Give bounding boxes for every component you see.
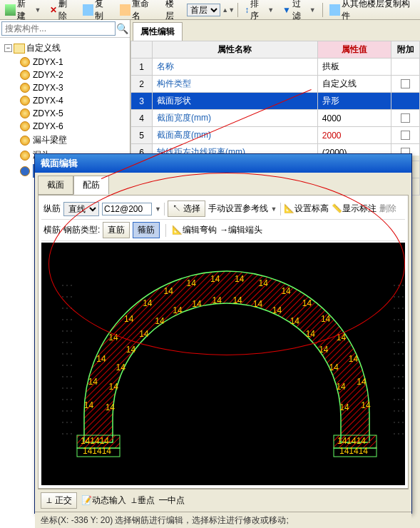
svg-text:14: 14 <box>357 377 367 387</box>
svg-text:14: 14 <box>96 354 106 364</box>
tab-section[interactable]: 截面 <box>38 176 73 195</box>
edit-end-button[interactable]: →编辑端头 <box>220 224 262 236</box>
set-elevation-button[interactable]: 📐设置标高 <box>284 203 329 215</box>
ortho-button[interactable]: ⊥ 正交 <box>41 492 77 509</box>
svg-text:14: 14 <box>192 299 202 309</box>
svg-point-85 <box>71 353 72 355</box>
stirrup-button[interactable]: 箍筋 <box>133 222 160 238</box>
svg-point-80 <box>402 342 404 343</box>
svg-text:14: 14 <box>126 345 136 355</box>
search-icon[interactable]: 🔍 <box>116 21 128 36</box>
search-input[interactable] <box>1 21 116 36</box>
svg-text:14: 14 <box>336 382 346 392</box>
svg-point-127 <box>71 433 72 435</box>
manual-ref-button[interactable]: 手动设置参考线 ▼ <box>208 203 277 215</box>
svg-text:14: 14 <box>306 329 316 339</box>
tab-property-edit[interactable]: 属性编辑 <box>133 22 183 41</box>
extra-checkbox[interactable] <box>401 113 410 123</box>
svg-point-115 <box>71 410 72 412</box>
prop-tabs: 属性编辑 <box>130 20 420 41</box>
svg-point-112 <box>394 410 395 412</box>
tab-rebar[interactable]: 配筋 <box>73 176 109 195</box>
cad-canvas[interactable]: 1414141414141414141414141414141414141414… <box>41 243 405 485</box>
svg-text:14: 14 <box>116 362 126 372</box>
type-label: 钢筋类型: <box>63 224 100 236</box>
tree-item-ZDYX-6[interactable]: ZDYX-6 <box>3 120 127 133</box>
zongji-label: 纵筋 <box>43 203 61 215</box>
prop-row-5[interactable]: 5截面高度(mm)2000 <box>131 127 420 144</box>
svg-point-97 <box>71 376 72 377</box>
prop-row-3[interactable]: 3截面形状异形 <box>131 93 420 110</box>
floor-select[interactable]: 首层 <box>187 4 221 16</box>
svg-point-95 <box>66 376 68 377</box>
spec-input[interactable] <box>102 203 152 215</box>
tree-item-ZDYX-2[interactable]: ZDYX-2 <box>3 68 127 81</box>
collapse-icon[interactable]: − <box>4 44 12 52</box>
svg-point-53 <box>66 296 68 298</box>
svg-point-69 <box>62 330 63 332</box>
svg-point-45 <box>62 285 63 286</box>
svg-point-107 <box>66 399 68 400</box>
svg-point-54 <box>398 296 399 298</box>
svg-point-99 <box>62 387 63 389</box>
floor-stepper[interactable]: ▲▼ <box>222 6 235 14</box>
svg-point-77 <box>66 342 68 343</box>
svg-point-102 <box>398 387 399 389</box>
straight-button[interactable]: 直筋 <box>103 222 130 238</box>
svg-text:14: 14 <box>164 286 174 296</box>
svg-text:14: 14 <box>155 316 165 326</box>
svg-text:141414: 141414 <box>337 436 366 446</box>
delete-rebar-button[interactable]: 删除 <box>379 203 396 215</box>
extra-checkbox[interactable] <box>401 131 410 140</box>
tree-item-漏斗梁壁[interactable]: 漏斗梁壁 <box>3 133 127 148</box>
tree-item-ZDYX-1[interactable]: ZDYX-1 <box>3 56 127 68</box>
dynamic-input-button[interactable]: 📝动态输入 <box>81 494 126 507</box>
svg-text:14: 14 <box>109 382 119 392</box>
svg-point-111 <box>62 410 63 412</box>
extra-checkbox[interactable] <box>401 79 410 88</box>
mode-select[interactable]: 直线 <box>63 202 99 216</box>
tree-item-ZDYX-4[interactable]: ZDYX-4 <box>3 94 127 107</box>
svg-text:14: 14 <box>124 314 134 324</box>
svg-point-76 <box>394 342 395 343</box>
midpoint-button[interactable]: ━中点 <box>159 494 185 507</box>
svg-point-57 <box>62 308 63 309</box>
prop-row-4[interactable]: 4截面宽度(mm)4000 <box>131 110 420 127</box>
svg-point-58 <box>394 308 395 309</box>
dialog-title: 截面编辑 <box>35 154 411 173</box>
svg-text:14: 14 <box>253 299 263 309</box>
gear-icon <box>20 121 30 131</box>
svg-point-56 <box>402 296 404 298</box>
gear-icon <box>20 108 30 118</box>
show-label-button[interactable]: 📏显示标注 <box>332 203 377 215</box>
svg-point-87 <box>62 365 63 366</box>
svg-point-103 <box>71 387 72 389</box>
svg-point-72 <box>398 330 399 332</box>
svg-point-93 <box>62 376 63 377</box>
svg-text:14: 14 <box>290 316 300 326</box>
prop-row-1[interactable]: 1名称拱板 <box>131 59 420 76</box>
svg-point-110 <box>402 399 404 400</box>
prop-row-2[interactable]: 2构件类型自定义线 <box>131 76 420 93</box>
svg-point-128 <box>402 433 404 435</box>
svg-point-81 <box>62 353 63 355</box>
perpendicular-button[interactable]: ⊥垂点 <box>130 494 155 507</box>
svg-point-62 <box>402 308 404 309</box>
svg-text:14: 14 <box>232 295 242 305</box>
gear-icon <box>20 96 30 106</box>
arch-drawing: 1414141414141414141414141414141414141414… <box>41 243 405 485</box>
svg-text:14: 14 <box>106 402 116 412</box>
tree-item-ZDYX-3[interactable]: ZDYX-3 <box>3 81 127 94</box>
svg-text:14: 14 <box>361 400 371 410</box>
svg-point-124 <box>394 433 395 435</box>
select-button[interactable]: ↖ 选择 <box>168 200 205 217</box>
svg-point-67 <box>71 319 72 320</box>
tree-root[interactable]: − 自定义线 <box>3 41 127 56</box>
svg-point-108 <box>398 399 399 400</box>
gear-icon <box>20 70 30 80</box>
svg-point-104 <box>402 387 404 389</box>
main-toolbar: 新建▼ ✕删除 复制 重命名 楼层 首层 ▲▼ ↕排序▼ ▼过滤▼ 从其他楼层复… <box>0 0 420 20</box>
spec-dropdown[interactable]: ▼ <box>155 205 161 213</box>
edit-hook-button[interactable]: 📐编辑弯钩 <box>172 224 217 236</box>
tree-item-ZDYX-5[interactable]: ZDYX-5 <box>3 107 127 120</box>
